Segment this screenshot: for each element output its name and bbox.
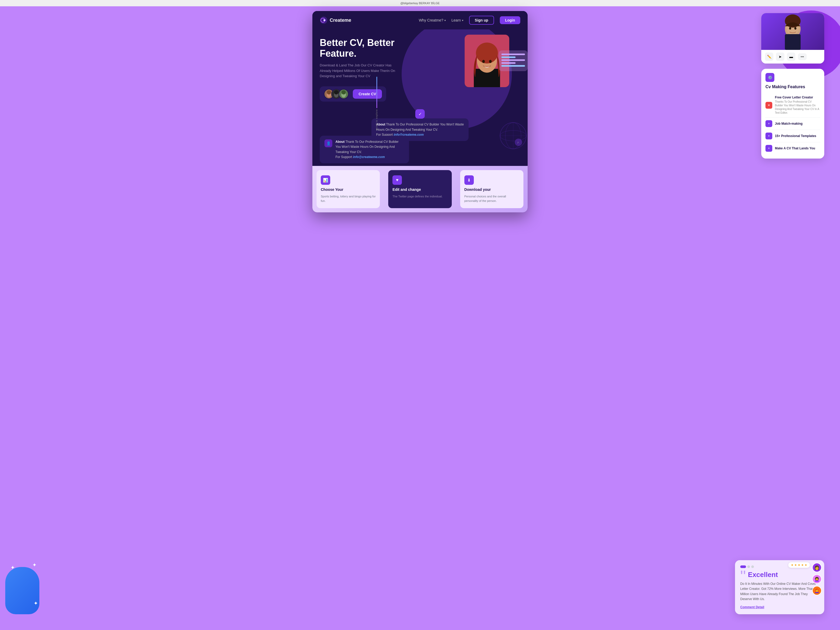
edit-icon[interactable]: ✏️ — [765, 52, 773, 61]
svg-point-9 — [324, 19, 325, 21]
svg-text:♪: ♪ — [517, 141, 519, 144]
info-email-2: info@createeme.com — [353, 155, 385, 159]
testimonial-avatars: 👩 👩‍🦱 👩‍🦰 — [812, 563, 822, 595]
nav-links: Why Creatme? ▾ Learn ▾ Sign up Login — [419, 16, 520, 25]
more-button[interactable]: ••• — [798, 53, 807, 60]
feature-download-desc: Personal choices and the overall persona… — [464, 194, 519, 203]
login-button[interactable]: Login — [500, 16, 520, 24]
brand-name: Createme — [330, 17, 351, 23]
dot-3 — [751, 565, 754, 568]
download-icon: ⬇ — [464, 175, 474, 185]
left-blob: ✦ ✦ ✦ — [5, 567, 39, 614]
svg-rect-2 — [785, 34, 801, 50]
profile-actions: ✏️ ➤ ▬ ••• — [761, 50, 824, 63]
right-panel: ✏️ ➤ ▬ ••• ⚙️ Cv Making Features ✕ Free … — [761, 13, 824, 159]
feature-label-job: Job Match-making — [775, 122, 802, 125]
feature-item-templates: + 15+ Professional Templates — [766, 130, 820, 142]
scroll-indicator: scroll to explore — [375, 77, 378, 130]
feature-label-cover: Free Cover Letter Creator — [775, 96, 820, 99]
star-badge: ★ ★ ★ ★ ★ — [788, 562, 810, 568]
testimonial-body: Do It In Minutes With Our Online CV Make… — [740, 581, 819, 602]
cv-line-2 — [501, 57, 516, 58]
heart-icon: ♥ — [392, 175, 402, 185]
svg-point-24 — [482, 60, 485, 63]
feature-choose-desc: Sports betting, lottery and bingo playin… — [321, 194, 376, 203]
feature-item-job-match: + Job Match-making — [766, 118, 820, 130]
layout-icon[interactable]: ▬ — [787, 52, 795, 61]
cv-features-panel: ⚙️ Cv Making Features ✕ Free Cover Lette… — [761, 69, 824, 159]
send-icon[interactable]: ➤ — [776, 52, 784, 61]
nav-why-creatme[interactable]: Why Creatme? ▾ — [419, 18, 445, 22]
scroll-line — [376, 77, 377, 108]
watermark-text: @bilgeberkay BERKAY BİLGE — [400, 2, 440, 5]
feature-item-lands: + Make A CV That Lands You — [766, 142, 820, 154]
feature-label-lands: Make A CV That Lands You — [775, 147, 815, 150]
chart-icon: 📊 — [321, 175, 330, 185]
info-card-2-text: About Thank To Our Professional CV Build… — [335, 139, 404, 159]
hero-title: Better CV, Better Feature. — [320, 37, 420, 59]
chevron-down-icon: ▾ — [444, 19, 446, 22]
sparkle-1: ✦ — [32, 562, 37, 568]
hero-section: Better CV, Better Feature. Download & La… — [313, 29, 527, 166]
cv-line-1 — [501, 54, 525, 55]
avatar-3 — [339, 89, 349, 99]
svg-point-5 — [794, 27, 796, 30]
info-card-1-text: About Thank To Our Professional CV Build… — [376, 122, 464, 137]
feature-edit: ♥ Edit and change The Twitter page defin… — [388, 170, 452, 208]
dot-2 — [747, 565, 750, 568]
sparkle-2: ✦ — [11, 564, 15, 571]
sparkle-3: ✦ — [33, 600, 38, 606]
svg-point-18 — [341, 90, 346, 95]
hero-subtitle: Download & Land The Job Our CV Creator H… — [320, 63, 398, 79]
cv-features-title: Cv Making Features — [766, 85, 820, 89]
chevron-down-icon-2: ▾ — [462, 19, 463, 22]
avatar-group — [324, 89, 349, 99]
quote-mark: " — [740, 572, 746, 580]
svg-point-23 — [476, 43, 498, 63]
main-container: Createme Why Creatme? ▾ Learn ▾ Sign up … — [313, 11, 527, 212]
feature-choose: 📊 Choose Your Sports betting, lottery an… — [317, 170, 380, 208]
plus-icon-1: + — [766, 120, 772, 127]
info-card-2-bold: About — [335, 140, 345, 144]
signup-button[interactable]: Sign up — [469, 16, 494, 25]
feature-download: ⬇ Download your Personal choices and the… — [460, 170, 523, 208]
feature-item-cover-letter: ✕ Free Cover Letter Creator Thanks To Ou… — [766, 93, 820, 118]
feature-edit-desc: The Twitter page defines the individual. — [392, 194, 447, 199]
feature-download-title: Download your — [464, 188, 519, 192]
svg-point-4 — [789, 27, 791, 30]
stars-text: ★ ★ ★ ★ ★ — [791, 563, 807, 567]
feature-edit-title: Edit and change — [392, 188, 447, 192]
svg-point-25 — [489, 60, 492, 63]
settings-icon: ⚙️ — [766, 73, 774, 82]
features-strip: 📊 Choose Your Sports betting, lottery an… — [313, 166, 527, 212]
svg-point-15 — [334, 90, 338, 95]
globe-decoration: ♪ — [499, 121, 527, 150]
comment-detail-link[interactable]: Comment Detail — [740, 605, 819, 609]
watermark: @bilgeberkay BERKAY BİLGE — [0, 0, 840, 6]
navbar: Createme Why Creatme? ▾ Learn ▾ Sign up … — [313, 11, 527, 29]
left-decoration: ✦ ✦ ✦ — [5, 567, 42, 614]
profile-card: ✏️ ➤ ▬ ••• — [761, 13, 824, 63]
cv-preview-card — [499, 51, 527, 71]
info-card-2: 👤 About Thank To Our Professional CV Bui… — [320, 136, 409, 163]
feature-choose-title: Choose Your — [321, 188, 376, 192]
brand: Createme — [320, 16, 351, 24]
cv-line-4 — [501, 62, 516, 64]
plus-icon-3: + — [766, 145, 772, 152]
close-icon: ✕ — [766, 102, 772, 109]
hero-content: Better CV, Better Feature. Download & La… — [320, 37, 420, 102]
feature-desc-cover: Thanks To Our Professional CV Builder Yo… — [775, 100, 820, 115]
user-icon: 👤 — [324, 139, 332, 147]
testimonial-heading: Excellent — [748, 571, 778, 579]
testimonial-avatar-3: 👩‍🦰 — [812, 586, 822, 595]
testimonial-avatar-1: 👩 — [812, 563, 822, 572]
cv-line-5 — [501, 65, 525, 67]
cv-line-3 — [501, 59, 525, 61]
nav-learn[interactable]: Learn ▾ — [452, 18, 463, 22]
feature-label-templates: 15+ Professional Templates — [775, 134, 816, 138]
scroll-text: scroll to explore — [375, 109, 378, 130]
plus-icon-2: + — [766, 133, 772, 139]
profile-image — [761, 13, 824, 50]
testimonial-section: ★ ★ ★ ★ ★ " Excellent Do It In Minutes W… — [735, 560, 824, 614]
testimonial-avatar-2: 👩‍🦱 — [812, 574, 822, 584]
